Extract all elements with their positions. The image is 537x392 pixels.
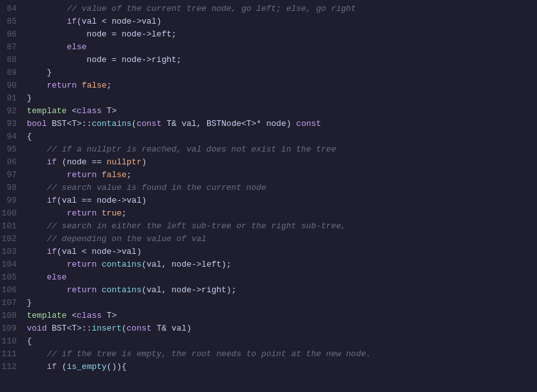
token-plain: (: [57, 362, 67, 372]
token-kw: const: [127, 324, 152, 333]
code-line: 103 if(val < node->val): [0, 246, 537, 258]
line-number: 104: [0, 258, 27, 271]
token-kw: if: [66, 17, 77, 26]
line-number: 96: [0, 156, 27, 169]
token-kw: if: [47, 157, 57, 167]
line-content: else: [27, 271, 537, 284]
line-content: if(val < node->val): [27, 15, 537, 28]
code-line: 98 // search value is found in the curre…: [0, 182, 537, 194]
code-line: 90 return false;: [0, 79, 537, 92]
code-line: 86 node = node->left;: [0, 28, 537, 41]
token-plain: ()){​: [107, 362, 127, 372]
token-fn: is_empty: [66, 362, 106, 372]
line-content: template <class T>: [27, 310, 537, 322]
token-plain: [27, 170, 66, 180]
code-line: 110{: [0, 335, 537, 348]
line-number: 86: [0, 28, 27, 41]
token-plain: }: [27, 68, 52, 77]
token-kw: class: [77, 106, 102, 116]
line-content: if(val < node->val): [27, 246, 537, 258]
line-content: // search value is found in the current …: [27, 182, 537, 194]
token-plain: [27, 17, 66, 26]
token-plain: [97, 208, 102, 218]
token-plain: [77, 81, 82, 90]
line-content: return false;: [27, 169, 537, 182]
token-plain: [27, 260, 66, 269]
line-number: 85: [0, 15, 27, 28]
token-plain: [97, 285, 102, 295]
line-number: 94: [0, 130, 27, 143]
token-fn: contains: [102, 285, 141, 295]
token-plain: [27, 208, 66, 218]
token-plain: [27, 285, 66, 295]
code-line: 107}: [0, 297, 537, 310]
token-kw: return: [66, 285, 97, 295]
token-plain: node = node->: [27, 29, 152, 39]
token-plain: ): [141, 157, 146, 167]
line-number: 109: [0, 322, 27, 335]
line-content: if (node == nullptr): [27, 156, 537, 169]
code-line: 89 }: [0, 67, 537, 79]
token-plain: {: [27, 132, 32, 141]
token-plain: ;: [121, 208, 127, 218]
token-plain: (val == node->val): [57, 196, 146, 205]
token-plain: }: [27, 298, 32, 308]
token-fn: insert: [91, 324, 121, 333]
code-line: 99 if(val == node->val): [0, 194, 537, 207]
token-val: false: [102, 170, 127, 180]
token-plain: T& val, BSTNode<T>* node): [162, 119, 297, 129]
code-line: 85 if(val < node->val): [0, 15, 537, 28]
line-number: 103: [0, 246, 27, 258]
token-plain: (val < node->val): [57, 247, 142, 256]
line-content: template <class T>: [27, 105, 537, 118]
code-editor: 84 // value of the current tree node, go…: [0, 0, 537, 376]
code-line: 100 return true;: [0, 207, 537, 220]
token-plain: ;: [127, 170, 132, 180]
token-plain: left: [152, 29, 171, 39]
code-line: 95 // if a nullptr is reached, val does …: [0, 143, 537, 156]
token-plain: [27, 81, 47, 90]
token-cm: // depending on the value of val: [27, 234, 206, 244]
token-plain: {: [27, 336, 32, 346]
line-number: 91: [0, 92, 27, 105]
line-number: 106: [0, 284, 27, 297]
token-plain: (val, node->right);: [141, 285, 236, 295]
token-plain: [27, 362, 47, 372]
token-fn: contains: [102, 260, 141, 269]
token-kw: return: [66, 260, 97, 269]
token-plain: [27, 42, 66, 52]
line-content: return true;: [27, 207, 537, 220]
token-plain: node = node->: [27, 55, 152, 65]
code-line: 102 // depending on the value of val: [0, 233, 537, 246]
line-number: 93: [0, 118, 27, 130]
token-kw: else: [47, 272, 66, 282]
line-content: return contains(val, node->left);: [27, 258, 537, 271]
line-content: // if the tree is empty, the root needs …: [27, 348, 537, 361]
token-plain: [27, 196, 47, 205]
token-kw: if: [47, 362, 57, 372]
code-line: 84 // value of the current tree node, go…: [0, 3, 537, 15]
line-content: void BST<T>::insert(const T& val): [27, 322, 537, 335]
line-number: 107: [0, 297, 27, 310]
token-plain: BST<T>::: [47, 119, 91, 129]
code-line: 96 if (node == nullptr): [0, 156, 537, 169]
line-number: 90: [0, 79, 27, 92]
token-kw: const: [137, 119, 162, 129]
line-number: 100: [0, 207, 27, 220]
line-number: 92: [0, 105, 27, 118]
code-line: 104 return contains(val, node->left);: [0, 258, 537, 271]
line-number: 89: [0, 67, 27, 79]
line-number: 99: [0, 194, 27, 207]
token-cm: // if the tree is empty, the root needs …: [27, 349, 371, 359]
line-content: return contains(val, node->right);: [27, 284, 537, 297]
token-kw: return: [66, 170, 97, 180]
line-content: {: [27, 130, 537, 143]
line-number: 98: [0, 182, 27, 194]
token-val: nullptr: [107, 157, 142, 167]
token-plain: [27, 247, 47, 256]
code-line: 93bool BST<T>::contains(const T& val, BS…: [0, 118, 537, 130]
line-number: 88: [0, 54, 27, 67]
token-plain: (val < node->val): [77, 17, 162, 26]
token-val: true: [102, 208, 121, 218]
line-content: // depending on the value of val: [27, 233, 537, 246]
